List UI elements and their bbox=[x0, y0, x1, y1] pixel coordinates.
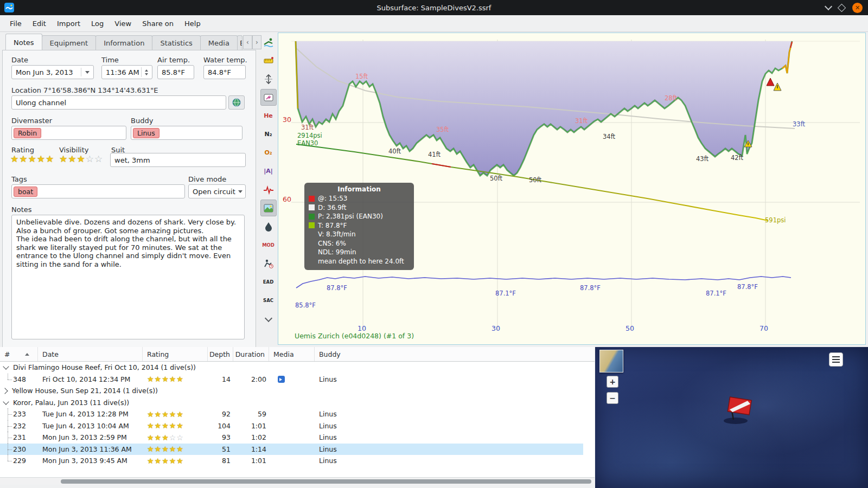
suit-field[interactable]: wet, 3mm bbox=[110, 153, 246, 167]
temp-label: 87.8°F bbox=[737, 283, 758, 291]
menu-share-on[interactable]: Share on bbox=[137, 17, 179, 30]
tags-field[interactable]: boat bbox=[11, 184, 185, 198]
tag-chip[interactable]: boat bbox=[14, 187, 37, 197]
divemaster-chip[interactable]: Robin bbox=[14, 128, 41, 138]
star-icon: ★ bbox=[147, 434, 155, 441]
menu-file[interactable]: File bbox=[4, 17, 27, 30]
star-icon: ★ bbox=[10, 155, 19, 164]
air-temp-field[interactable]: 85.8°F bbox=[157, 65, 194, 79]
maximize-icon[interactable] bbox=[838, 3, 846, 12]
media-icon[interactable] bbox=[278, 376, 285, 383]
star-icon: ★ bbox=[176, 375, 184, 383]
column-duration[interactable]: Duration bbox=[233, 347, 269, 361]
dive-row[interactable]: 229 Mon Jun 3, 2013 9:45 AM ★★★★★ 81 1:0… bbox=[0, 455, 583, 467]
visibility-stars[interactable]: ★★★☆☆ bbox=[59, 155, 103, 164]
air-density-button[interactable]: |A| bbox=[260, 163, 277, 179]
trip-row[interactable]: Divi Flamingo House Reef, Fri Oct 10, 20… bbox=[0, 362, 583, 374]
depth-annotation: 15ft bbox=[355, 73, 368, 80]
dive-row[interactable]: 232 Tue Jun 4, 2013 10:04 AM ★★★★★ 104 1… bbox=[0, 420, 583, 432]
buddy-chip[interactable]: Linus bbox=[133, 128, 159, 138]
column-media[interactable]: Media bbox=[269, 347, 315, 361]
map-menu-button[interactable] bbox=[829, 352, 843, 367]
tab-extra[interactable]: E bbox=[237, 35, 242, 50]
divemaster-field[interactable]: Robin bbox=[11, 126, 126, 140]
scrollbar-handle[interactable] bbox=[61, 479, 591, 484]
ndl-button[interactable] bbox=[260, 255, 277, 272]
column-buddy[interactable]: Buddy bbox=[315, 347, 595, 361]
helium-graph-button[interactable]: He bbox=[260, 107, 277, 124]
column-depth[interactable]: Depth bbox=[208, 347, 233, 361]
minimize-icon[interactable] bbox=[825, 3, 832, 10]
depth-annotation: 50ft bbox=[490, 175, 502, 182]
buddy-field[interactable]: Linus bbox=[131, 126, 242, 140]
rating-stars[interactable]: ★★★★★ bbox=[10, 155, 54, 164]
expander-closed-icon[interactable] bbox=[2, 388, 8, 394]
sac-button[interactable]: SAC bbox=[260, 292, 277, 309]
monitor-icon bbox=[263, 92, 274, 103]
trip-row[interactable]: Koror, Palau, Jun 2013 (11 dive(s)) bbox=[0, 397, 583, 409]
profile-info-tooltip[interactable]: Information @: 15:53 D: 36.9ft P: 2,381p… bbox=[304, 183, 414, 270]
heart-rate-button[interactable] bbox=[260, 181, 277, 198]
dive-row[interactable]: 233 Tue Jun 4, 2013 12:28 PM ★★★★★ 92 59… bbox=[0, 408, 583, 420]
menu-log[interactable]: Log bbox=[86, 17, 109, 30]
gas-pressures-button[interactable] bbox=[260, 218, 277, 235]
close-icon[interactable]: ✕ bbox=[852, 3, 863, 13]
dive-row-selected[interactable]: 230 Mon Jun 3, 2013 11:36 AM ★★★★★ 51 1:… bbox=[0, 444, 583, 455]
menu-help[interactable]: Help bbox=[179, 17, 206, 30]
menu-view[interactable]: View bbox=[109, 17, 137, 30]
globe-button[interactable] bbox=[228, 95, 245, 110]
expander-open-icon[interactable] bbox=[3, 399, 9, 404]
map-panel[interactable]: + − bbox=[595, 347, 868, 488]
tab-notes[interactable]: Notes bbox=[5, 34, 42, 50]
chevron-down-icon bbox=[85, 71, 90, 74]
column-rating[interactable]: Rating bbox=[143, 347, 208, 361]
main-window: Subsurface: SampleDivesV2.ssrf ✕ File Ed… bbox=[0, 0, 868, 488]
row-rating-stars: ★★★★★ bbox=[143, 444, 208, 455]
water-temp-field[interactable]: 84.8°F bbox=[203, 65, 246, 79]
dive-mode-select[interactable]: Open circuit bbox=[188, 184, 246, 198]
horizontal-scrollbar[interactable] bbox=[0, 477, 595, 485]
zoom-in-button[interactable]: + bbox=[607, 376, 618, 388]
water-temp-label: Water temp. bbox=[203, 56, 247, 64]
mod-button[interactable]: MOD bbox=[260, 236, 277, 253]
dive-row[interactable]: 348 Fri Oct 10, 2014 12:34 PM ★★★★★ 14 2… bbox=[0, 374, 583, 386]
star-icon: ★ bbox=[162, 375, 169, 383]
oxygen-graph-button[interactable]: O₂ bbox=[260, 144, 277, 161]
zoom-out-button[interactable]: − bbox=[607, 392, 618, 404]
dive-row[interactable]: 231 Mon Jun 3, 2013 2:59 PM ★★★☆☆ 93 1:0… bbox=[0, 432, 583, 444]
spinner-arrows-icon[interactable] bbox=[141, 67, 148, 77]
expander-open-icon[interactable] bbox=[3, 364, 9, 370]
star-icon: ★ bbox=[77, 155, 86, 164]
time-stepper[interactable]: 11:36 AM bbox=[101, 65, 152, 79]
photos-button[interactable] bbox=[260, 200, 277, 216]
tab-scroll-left-icon[interactable]: ‹ bbox=[243, 35, 252, 49]
menu-import[interactable]: Import bbox=[52, 17, 86, 30]
ceiling-button[interactable] bbox=[260, 89, 277, 106]
dive-computer-button[interactable] bbox=[260, 34, 277, 50]
tab-statistics[interactable]: Statistics bbox=[152, 35, 200, 50]
menu-edit[interactable]: Edit bbox=[27, 17, 52, 30]
tree-line bbox=[5, 420, 13, 432]
ruler-button[interactable] bbox=[260, 52, 277, 69]
collapse-toolbar-button[interactable] bbox=[260, 310, 277, 327]
depth-legend-swatch bbox=[309, 196, 315, 202]
column-number[interactable]: # bbox=[0, 347, 38, 361]
depth-tick-30: 30 bbox=[283, 115, 291, 124]
scale-button[interactable] bbox=[260, 70, 277, 87]
tab-media[interactable]: Media bbox=[200, 35, 238, 50]
date-select[interactable]: Mon Jun 3, 2013 bbox=[11, 65, 94, 79]
trip-row[interactable]: Yellow House, Sun Sep 21, 2014 (1 dive(s… bbox=[0, 385, 583, 397]
location-field[interactable]: Ulong channel bbox=[11, 95, 226, 110]
notes-form: Date Time Air temp. Water temp. Mon Jun … bbox=[2, 50, 256, 348]
column-date[interactable]: Date bbox=[38, 347, 143, 361]
map-overview-thumbnail[interactable] bbox=[599, 350, 623, 373]
dive-site-flag-marker[interactable] bbox=[712, 386, 771, 435]
tab-equipment[interactable]: Equipment bbox=[42, 35, 97, 50]
nitrogen-graph-button[interactable]: N₂ bbox=[260, 126, 277, 143]
notes-textarea[interactable]: Unbelievable dive. Dozens and dozens of … bbox=[11, 215, 245, 339]
ink-drop-icon bbox=[264, 221, 273, 232]
temp-label: 87.8°F bbox=[580, 284, 601, 292]
ead-button[interactable]: EAD bbox=[260, 273, 277, 290]
tab-information[interactable]: Information bbox=[95, 35, 152, 50]
star-icon: ★ bbox=[155, 410, 162, 418]
